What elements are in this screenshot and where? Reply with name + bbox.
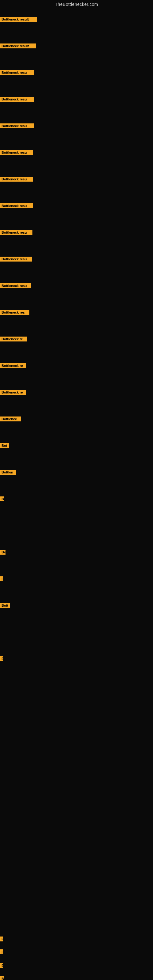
bottleneck-item: Bottleneck re — [0, 363, 26, 368]
bottleneck-item: E — [0, 656, 3, 661]
bottleneck-badge: | — [0, 576, 3, 581]
bottleneck-item: | — [0, 950, 3, 954]
bottleneck-badge: Bottleneck resu — [0, 257, 32, 261]
bottleneck-item: Bottleneck resu — [0, 150, 33, 155]
bottleneck-item: Bottleneck res — [0, 310, 29, 315]
bottleneck-item: Bottleneck re — [0, 390, 26, 395]
bottleneck-badge: E — [0, 656, 3, 661]
bottleneck-item: B — [0, 976, 4, 980]
bottleneck-badge: Bottleneck resu — [0, 70, 33, 75]
bottleneck-badge: Bottleneck resu — [0, 230, 32, 235]
bottleneck-badge: Bottleneck resu — [0, 283, 31, 288]
bottleneck-badge: B — [0, 976, 4, 980]
bottleneck-item: Bottleneck resu — [0, 283, 31, 288]
bottleneck-badge: Bottleneck res — [0, 310, 29, 315]
bottleneck-badge: E — [0, 937, 3, 942]
bottleneck-badge: B — [0, 496, 4, 501]
bottleneck-item: E — [0, 963, 3, 968]
bottleneck-badge: Bottlenec — [0, 417, 21, 422]
bottleneck-badge: Bottleneck re — [0, 390, 26, 395]
bottleneck-item: Bot — [0, 443, 9, 448]
bottleneck-item: Bottlen — [0, 470, 16, 475]
bottleneck-badge: E — [0, 963, 3, 968]
bottleneck-item: Bottleneck re — [0, 337, 27, 342]
bottleneck-item: Bottlenec — [0, 417, 21, 422]
bottleneck-item: Bottleneck resu — [0, 230, 32, 235]
bottleneck-item: | — [0, 576, 3, 581]
bottleneck-badge: Bottleneck resu — [0, 123, 33, 128]
site-title: TheBottlenecker.com — [0, 0, 153, 8]
bottleneck-badge: Bottleneck re — [0, 363, 26, 368]
bottleneck-badge: Bottleneck resu — [0, 204, 33, 208]
bottleneck-item: Bottleneck resu — [0, 177, 33, 181]
bottleneck-item: Bottleneck resu — [0, 123, 33, 128]
bottleneck-badge: Bot — [0, 443, 9, 448]
bottleneck-item: Bottleneck resu — [0, 204, 33, 208]
bottleneck-item: Bott — [0, 603, 10, 608]
bottleneck-item: B — [0, 496, 4, 501]
bottleneck-item: Bottleneck result — [0, 43, 36, 48]
bottleneck-item: Bottleneck resu — [0, 97, 33, 102]
bottleneck-item: Bottleneck result — [0, 17, 37, 22]
bottleneck-item: Bo — [0, 550, 5, 555]
bottleneck-badge: Bottleneck result — [0, 17, 37, 22]
bottleneck-item: Bottleneck resu — [0, 257, 32, 261]
bottleneck-item: Bottleneck resu — [0, 70, 33, 75]
bottleneck-item: E — [0, 937, 3, 942]
bottleneck-badge: Bottlen — [0, 470, 16, 475]
bottleneck-badge: Bottleneck resu — [0, 97, 33, 102]
bottleneck-badge: Bottleneck re — [0, 337, 27, 342]
bottleneck-badge: Bottleneck result — [0, 43, 36, 48]
bottleneck-badge: Bott — [0, 603, 10, 608]
bottleneck-badge: Bottleneck resu — [0, 177, 33, 181]
bottleneck-badge: Bo — [0, 550, 5, 555]
bottleneck-badge: | — [0, 950, 3, 954]
bottleneck-badge: Bottleneck resu — [0, 150, 33, 155]
